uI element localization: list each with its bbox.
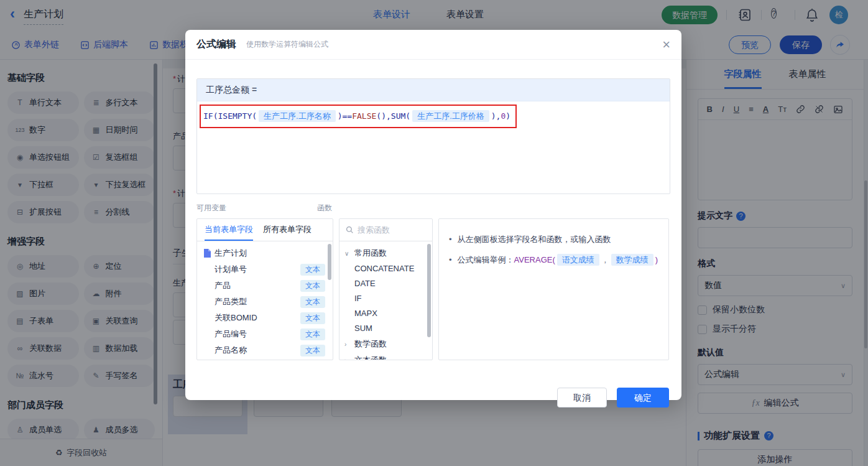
function-group-math[interactable]: › 数学函数 — [339, 336, 432, 352]
field-chip[interactable]: 生产工序.工序名称 — [259, 110, 336, 122]
modal-subtitle: 使用数学运算符编辑公式 — [246, 39, 328, 50]
variable-row[interactable]: 产品编号文本 — [197, 326, 333, 342]
function-item[interactable]: IF — [339, 291, 432, 306]
variable-row[interactable]: 产品名称文本 — [197, 342, 333, 358]
function-group-text[interactable]: › 文本函数 — [339, 352, 432, 360]
form-tree-node[interactable]: 生产计划 — [197, 245, 333, 261]
formula-edit-modal: 公式编辑 使用数学运算符编辑公式 × 工序总金额 = IF(ISEMPTY(生产… — [185, 30, 681, 400]
type-badge: 文本 — [300, 329, 325, 340]
formula-expression[interactable]: IF(ISEMPTY(生产工序.工序名称)==FALSE(),SUM(生产工序.… — [203, 111, 510, 122]
variables-label: 可用变量 — [196, 203, 226, 213]
chevron-right-icon: › — [344, 341, 351, 348]
function-item[interactable]: SUM — [339, 321, 432, 336]
formula-help-panel: • 从左侧面板选择字段名和函数，或输入函数 • 公式编辑举例：AVERAGE(语… — [438, 218, 669, 360]
document-icon — [203, 249, 211, 258]
formula-target-label: 工序总金额 = — [197, 79, 670, 101]
function-item[interactable]: MAPX — [339, 306, 432, 321]
cancel-button[interactable]: 取消 — [557, 388, 607, 408]
chevron-right-icon: › — [344, 357, 351, 361]
field-chip[interactable]: 生产工序.工序价格 — [412, 110, 489, 122]
variable-row[interactable]: 计划单号文本 — [197, 261, 333, 277]
functions-scrollbar-thumb[interactable] — [427, 244, 431, 337]
type-badge: 文本 — [300, 296, 325, 308]
modal-title: 公式编辑 — [196, 38, 236, 51]
bullet-icon: • — [449, 253, 452, 268]
tab-all-form-fields[interactable]: 所有表单字段 — [263, 219, 312, 241]
formula-annotation-highlight: IF(ISEMPTY(生产工序.工序名称)==FALSE(),SUM(生产工序.… — [200, 105, 517, 128]
type-badge: 文本 — [300, 264, 325, 276]
function-item[interactable]: DATE — [339, 276, 432, 291]
example-field-chip: 数学成绩 — [611, 254, 653, 266]
function-group-common[interactable]: ∨ 常用函数 — [339, 245, 432, 261]
chevron-down-icon: ∨ — [344, 250, 351, 257]
functions-label: 函数 — [317, 203, 332, 213]
example-field-chip: 语文成绩 — [557, 254, 599, 266]
confirm-button[interactable]: 确定 — [617, 388, 669, 408]
close-icon[interactable]: × — [662, 38, 670, 52]
type-badge: 文本 — [300, 280, 325, 292]
function-item[interactable]: CONCATENATE — [339, 261, 432, 276]
variable-row[interactable]: 产品文本 — [197, 277, 333, 294]
functions-panel: ∨ 常用函数 CONCATENATE DATE IF MAPX SUM › 数学… — [339, 218, 433, 360]
tab-current-form-fields[interactable]: 当前表单字段 — [205, 219, 253, 241]
bullet-icon: • — [449, 232, 452, 247]
search-icon — [346, 226, 354, 234]
type-badge: 文本 — [300, 312, 325, 324]
function-search[interactable] — [339, 219, 432, 241]
variables-panel: 当前表单字段 所有表单字段 生产计划 计划单号文本 产品文本 产品类型文本 关联… — [196, 218, 333, 360]
formula-editor-box[interactable]: 工序总金额 = IF(ISEMPTY(生产工序.工序名称)==FALSE(),S… — [196, 78, 670, 194]
type-badge: 文本 — [300, 345, 325, 356]
variable-row[interactable]: 产品类型文本 — [197, 294, 333, 310]
variable-row[interactable]: 关联BOMID文本 — [197, 310, 333, 326]
help-tip-example: • 公式编辑举例：AVERAGE(语文成绩，数学成绩) — [449, 253, 658, 268]
variables-scrollbar-thumb[interactable] — [328, 244, 331, 280]
help-tip: • 从左侧面板选择字段名和函数，或输入函数 — [449, 232, 658, 247]
function-search-input[interactable] — [358, 225, 420, 235]
